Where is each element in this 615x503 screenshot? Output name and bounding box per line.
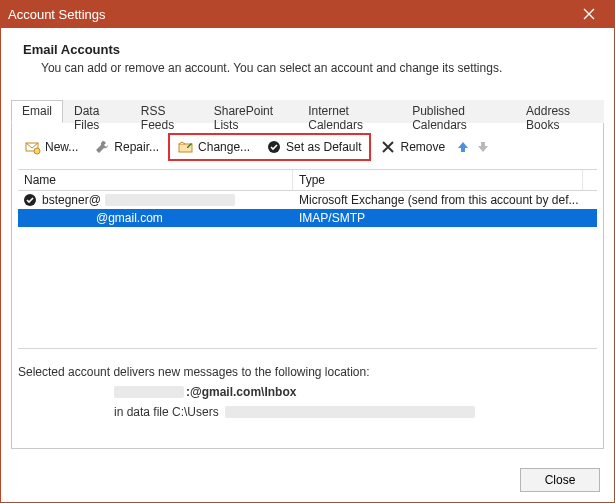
svg-point-1 bbox=[34, 148, 40, 154]
list-header: Name Type bbox=[18, 169, 597, 191]
toolbar: New... Repair... Change... bbox=[18, 129, 597, 169]
move-up-button[interactable] bbox=[454, 138, 472, 156]
delivery-heading: Selected account delivers new messages t… bbox=[18, 365, 597, 379]
remove-button[interactable]: Remove bbox=[373, 136, 452, 158]
tab-internet-calendars[interactable]: Internet Calendars bbox=[297, 100, 401, 123]
arrow-up-icon bbox=[455, 139, 471, 155]
account-type: IMAP/SMTP bbox=[293, 211, 597, 225]
account-row[interactable]: bstegner@ Microsoft Exchange (send from … bbox=[18, 191, 597, 209]
button-label: Change... bbox=[198, 140, 250, 154]
button-label: Remove bbox=[400, 140, 445, 154]
wrench-icon bbox=[94, 139, 110, 155]
check-circle-icon bbox=[266, 139, 282, 155]
page-description: You can add or remove an account. You ca… bbox=[23, 61, 592, 75]
title-bar: Account Settings bbox=[0, 0, 615, 28]
column-header-name[interactable]: Name bbox=[18, 170, 293, 190]
tab-label: Published Calendars bbox=[412, 104, 467, 132]
tab-label: RSS Feeds bbox=[141, 104, 174, 132]
accounts-list: bstegner@ Microsoft Exchange (send from … bbox=[18, 191, 597, 349]
redacted-text bbox=[105, 194, 235, 206]
account-name: @gmail.com bbox=[96, 211, 163, 225]
move-down-button[interactable] bbox=[474, 138, 492, 156]
button-label: Repair... bbox=[114, 140, 159, 154]
dialog-footer: Close bbox=[520, 468, 600, 492]
delivery-mailbox: :@gmail.com\Inbox bbox=[186, 385, 296, 399]
redacted-text bbox=[225, 406, 475, 418]
tab-label: Data Files bbox=[74, 104, 99, 132]
account-row-selected[interactable]: @gmail.com IMAP/SMTP bbox=[18, 209, 597, 227]
default-check-icon bbox=[22, 192, 38, 208]
delivery-info: Selected account delivers new messages t… bbox=[18, 349, 597, 419]
page-title: Email Accounts bbox=[23, 42, 592, 57]
delivery-datafile-prefix: in data file C:\Users bbox=[114, 405, 219, 419]
tab-email[interactable]: Email bbox=[11, 100, 63, 123]
header-block: Email Accounts You can add or remove an … bbox=[1, 28, 614, 81]
highlighted-toolbar-group: Change... Set as Default bbox=[168, 133, 371, 161]
set-default-button[interactable]: Set as Default bbox=[259, 136, 368, 158]
window-close-button[interactable] bbox=[571, 0, 607, 28]
change-button[interactable]: Change... bbox=[171, 136, 257, 158]
button-label: New... bbox=[45, 140, 78, 154]
remove-x-icon bbox=[380, 139, 396, 155]
tab-published-calendars[interactable]: Published Calendars bbox=[401, 100, 515, 123]
tab-label: Email bbox=[22, 104, 52, 118]
close-button[interactable]: Close bbox=[520, 468, 600, 492]
account-name-prefix: bstegner@ bbox=[42, 193, 101, 207]
arrow-down-icon bbox=[475, 139, 491, 155]
redacted-text bbox=[114, 386, 184, 398]
column-header-type[interactable]: Type bbox=[293, 170, 583, 190]
repair-button[interactable]: Repair... bbox=[87, 136, 166, 158]
close-icon bbox=[581, 6, 597, 22]
tab-label: Internet Calendars bbox=[308, 104, 363, 132]
column-header-spacer bbox=[583, 170, 597, 190]
new-button[interactable]: New... bbox=[18, 136, 85, 158]
window-title: Account Settings bbox=[8, 7, 571, 22]
tab-data-files[interactable]: Data Files bbox=[63, 100, 130, 123]
tabs: Email Data Files RSS Feeds SharePoint Li… bbox=[11, 99, 604, 123]
folder-change-icon bbox=[178, 139, 194, 155]
button-label: Set as Default bbox=[286, 140, 361, 154]
tab-sharepoint-lists[interactable]: SharePoint Lists bbox=[203, 100, 298, 123]
tab-address-books[interactable]: Address Books bbox=[515, 100, 604, 123]
account-type: Microsoft Exchange (send from this accou… bbox=[293, 193, 597, 207]
tab-rss-feeds[interactable]: RSS Feeds bbox=[130, 100, 203, 123]
mail-new-icon bbox=[25, 139, 41, 155]
